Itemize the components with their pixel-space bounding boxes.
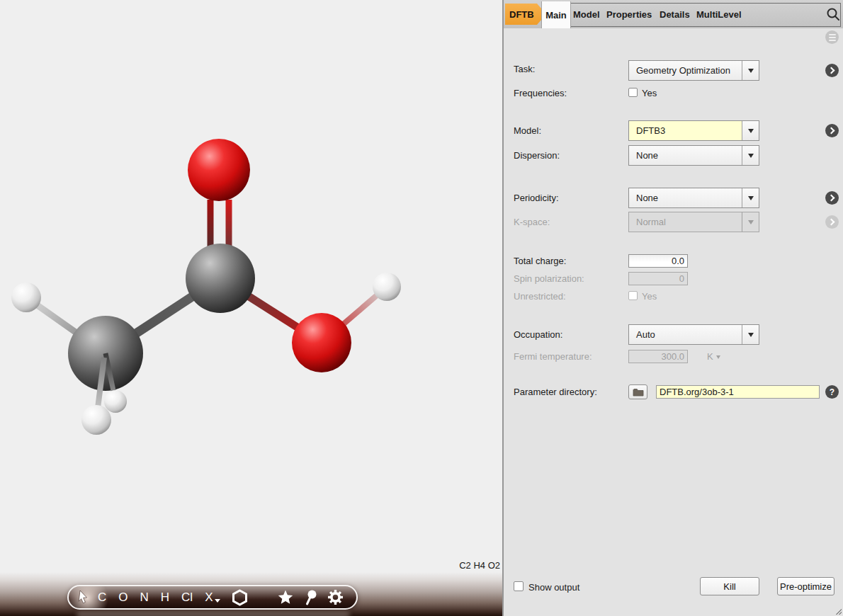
frequencies-label: Frequencies: [514,88,567,98]
atom-O[interactable] [188,139,250,201]
kspace-info-button [825,215,839,229]
tab-model[interactable]: Model [573,0,600,28]
toolbar-right-icons [278,589,344,605]
frequencies-checkbox-label: Yes [642,88,657,98]
element-button-n[interactable]: N [140,591,149,605]
question-mark-icon: ? [830,388,834,397]
model-info-button[interactable] [825,124,839,137]
dispersion-dropdown[interactable]: None [628,145,759,166]
parameter-directory-input[interactable] [656,385,820,399]
atom-H[interactable] [11,283,41,312]
element-toolbar: CONHClX [67,585,358,610]
kspace-dropdown: Normal [628,212,759,232]
task-info-button[interactable] [825,64,839,77]
app-tab-dftb[interactable]: DFTB [505,4,546,25]
unrestricted-label: Unrestricted: [514,291,566,302]
element-button-c[interactable]: C [98,591,106,605]
spin-polarization-label: Spin polarization: [514,273,584,284]
dropdown-arrow-icon [742,146,759,165]
spin-polarization-input [628,272,688,285]
dropdown-arrow-icon [742,188,759,207]
molecule-viewer[interactable]: C2 H4 O2 CONHClX [0,0,503,616]
model-dropdown[interactable]: DFTB3 [628,120,759,141]
element-button-cl[interactable]: Cl [181,591,193,605]
application-window: C2 H4 O2 CONHClX [0,0,843,616]
preoptimize-button[interactable]: Pre-optimize [777,577,834,595]
panel-menu-icon[interactable] [825,30,839,44]
kill-button[interactable]: Kill [700,577,759,595]
atom-O[interactable] [292,313,351,372]
cursor-tool-icon[interactable] [77,591,89,605]
atom-H[interactable] [373,273,401,301]
search-icon[interactable] [826,7,840,21]
window-resize-grip[interactable] [836,609,842,615]
unrestricted-checkbox-label: Yes [642,291,657,302]
total-charge-label: Total charge: [514,256,566,266]
element-button-o[interactable]: O [118,591,128,605]
toolbar-reflection [77,610,350,616]
parameter-directory-label: Parameter directory: [514,387,597,397]
parameter-directory-help-button[interactable]: ? [825,385,839,399]
star-icon[interactable] [278,590,293,605]
fermi-temperature-label: Fermi temperature: [514,351,592,362]
show-output-checkbox[interactable] [514,581,524,591]
element-button-group: CONHClX [98,591,213,605]
ring-tool-icon[interactable] [232,589,248,606]
tab-properties[interactable]: Properties [606,0,652,28]
dftb-input-panel: DFTB Main Model Properties Details Multi… [504,0,843,616]
element-button-x[interactable]: X [205,591,213,605]
tab-multilevel[interactable]: MultiLevel [696,0,742,28]
model-label: Model: [514,125,541,136]
atom-H[interactable] [81,405,111,435]
chevron-right-icon [828,67,835,74]
dropdown-arrow-icon [742,325,759,344]
unit-dropdown-caret-icon [716,355,720,359]
atom-C[interactable] [186,244,255,313]
browse-folder-button[interactable] [628,384,647,399]
folder-icon [633,388,644,397]
molecular-formula: C2 H4 O2 [459,560,500,571]
tab-details[interactable]: Details [660,0,690,28]
pin-icon[interactable] [304,590,317,605]
show-output-label: Show output [528,582,579,593]
chevron-right-icon [828,219,835,226]
unrestricted-checkbox [628,291,638,300]
task-label: Task: [514,64,535,74]
fermi-temperature-input [628,350,688,363]
tab-main[interactable]: Main [541,1,571,28]
gear-icon[interactable] [327,589,344,605]
total-charge-input[interactable] [628,254,688,268]
occupation-label: Occupation: [514,329,562,340]
element-button-h[interactable]: H [161,591,169,605]
dropdown-arrow-icon [742,61,759,80]
task-dropdown[interactable]: Geometry Optimization [628,60,759,81]
frequencies-checkbox[interactable] [628,88,638,97]
element-x-dropdown-caret-icon[interactable] [215,599,220,603]
dropdown-arrow-icon [742,212,759,232]
chevron-right-icon [828,195,835,202]
kspace-label: K-space: [514,217,550,227]
periodicity-dropdown[interactable]: None [628,188,759,208]
molecule-viewport [0,0,503,616]
fermi-temperature-unit: K [707,351,720,362]
occupation-dropdown[interactable]: Auto [628,324,759,345]
dispersion-label: Dispersion: [514,150,560,161]
chevron-right-icon [828,127,835,135]
atom-H[interactable] [104,390,127,413]
periodicity-label: Periodicity: [514,193,559,203]
periodicity-info-button[interactable] [825,191,839,205]
tab-bar: DFTB Main Model Properties Details Multi… [504,0,843,28]
dropdown-arrow-icon [742,121,759,140]
